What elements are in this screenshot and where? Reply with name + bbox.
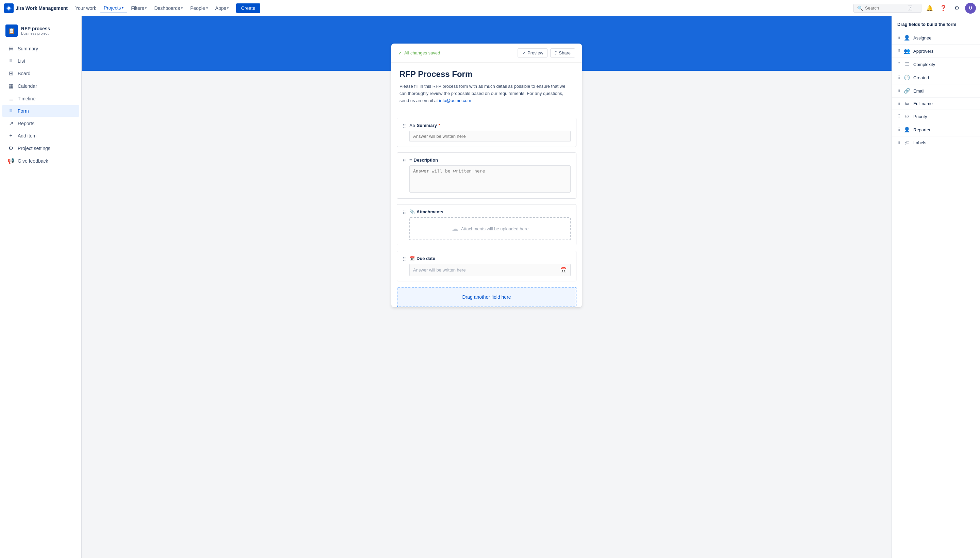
right-panel-item-approvers[interactable]: ⠿ 👥 Approvers — [892, 44, 980, 57]
field-type-icon: Aa — [409, 123, 415, 128]
share-icon: ⤴ — [555, 50, 557, 56]
preview-button[interactable]: ↗ Preview — [517, 48, 548, 57]
sidebar-nav: ▤ Summary ≡ List ⊞ Board ▦ Calendar ≣ Ti… — [0, 42, 81, 167]
right-panel-item-full-name[interactable]: ⠿ Aa Full name — [892, 97, 980, 110]
calendar-picker-icon[interactable]: 📅 — [560, 267, 567, 273]
attachment-drop-zone[interactable]: ☁ Attachments will be uploaded here — [409, 217, 571, 240]
sidebar-item-label: List — [18, 58, 25, 64]
date-input[interactable]: Answer will be written here 📅 — [409, 264, 571, 276]
nav-your-work[interactable]: Your work — [72, 3, 100, 13]
check-icon: ✓ — [398, 50, 402, 56]
drag-drop-zone[interactable]: Drag another field here — [397, 287, 576, 307]
summary-icon: ▤ — [8, 45, 14, 52]
drag-dots-icon: ⠿ — [897, 102, 900, 106]
priority-icon: ⊙ — [904, 113, 910, 120]
sidebar-item-label: Form — [18, 108, 29, 114]
nav-people[interactable]: People ▾ — [187, 3, 211, 13]
email-link[interactable]: info@acme.com — [439, 98, 471, 103]
sidebar-item-label: Summary — [18, 46, 38, 51]
right-panel-item-reporter[interactable]: ⠿ 👤 Reporter — [892, 123, 980, 136]
field-content: Aa Summary * — [409, 123, 571, 142]
summary-input[interactable] — [409, 131, 571, 142]
sidebar-item-label: Add item — [18, 133, 36, 138]
drag-handle-icon[interactable]: ⠿ — [402, 256, 406, 262]
sidebar-item-label: Calendar — [18, 84, 37, 89]
sidebar-item-give-feedback[interactable]: 📢 Give feedback — [2, 155, 79, 167]
project-header: 📋 RFP process Business project — [0, 22, 81, 42]
complexity-icon: ☰ — [904, 61, 910, 67]
description-input[interactable] — [409, 165, 571, 192]
main-nav: Your work Projects ▾ Filters ▾ Dashboard… — [72, 3, 232, 13]
field-row: ⠿ Aa Summary * — [402, 123, 571, 142]
right-panel-item-assignee[interactable]: ⠿ 👤 Assignee — [892, 31, 980, 44]
labels-icon: 🏷 — [904, 140, 910, 146]
sidebar-item-board[interactable]: ⊞ Board — [2, 67, 79, 79]
right-panel-item-created[interactable]: ⠿ 🕐 Created — [892, 71, 980, 84]
logo[interactable]: Jira Work Management — [4, 3, 68, 13]
drag-dots-icon: ⠿ — [897, 35, 900, 40]
user-avatar[interactable]: U — [965, 3, 976, 14]
sidebar-item-reports[interactable]: ↗ Reports — [2, 117, 79, 129]
help-button[interactable]: ❓ — [938, 3, 949, 14]
chevron-down-icon: ▾ — [227, 6, 229, 10]
create-button[interactable]: Create — [236, 3, 260, 13]
feedback-icon: 📢 — [8, 158, 14, 164]
sidebar-item-project-settings[interactable]: ⚙ Project settings — [2, 142, 79, 154]
field-row: ⠿ 📎 Attachments ☁ Attachments will be up… — [402, 209, 571, 240]
nav-projects[interactable]: Projects ▾ — [100, 3, 127, 13]
field-content: 📎 Attachments ☁ Attachments will be uplo… — [409, 209, 571, 240]
assignee-icon: 👤 — [904, 35, 910, 41]
logo-text: Jira Work Management — [16, 5, 68, 11]
form-field-attachments: ⠿ 📎 Attachments ☁ Attachments will be up… — [397, 204, 576, 245]
saved-status: ✓ All changes saved — [398, 50, 440, 56]
right-panel-item-labels[interactable]: ⠿ 🏷 Labels — [892, 136, 980, 149]
chevron-down-icon: ▾ — [181, 6, 183, 10]
search-box[interactable]: 🔍 / — [854, 4, 921, 13]
right-panel-item-complexity[interactable]: ⠿ ☰ Complexity — [892, 57, 980, 71]
board-icon: ⊞ — [8, 70, 14, 77]
sidebar-item-summary[interactable]: ▤ Summary — [2, 43, 79, 54]
add-icon: + — [8, 133, 14, 139]
notifications-button[interactable]: 🔔 — [924, 3, 935, 14]
right-panel: Drag fields to build the form ⠿ 👤 Assign… — [891, 16, 980, 558]
drag-handle-icon[interactable]: ⠿ — [402, 158, 406, 164]
sidebar-item-add-item[interactable]: + Add item — [2, 130, 79, 141]
project-info: RFP process Business project — [21, 26, 50, 35]
project-type: Business project — [21, 31, 50, 35]
jira-logo-icon — [4, 3, 14, 13]
right-panel-item-priority[interactable]: ⠿ ⊙ Priority — [892, 110, 980, 123]
field-type-icon: 📅 — [409, 256, 415, 261]
drag-handle-icon[interactable]: ⠿ — [402, 209, 406, 215]
form-container: ✓ All changes saved ↗ Preview ⤴ Share RF… — [391, 44, 582, 307]
form-title: RFP Process Form — [399, 69, 574, 79]
share-button[interactable]: ⤴ Share — [550, 48, 575, 57]
drag-dots-icon: ⠿ — [897, 141, 900, 145]
upload-icon: ☁ — [451, 225, 458, 233]
calendar-icon: ▦ — [8, 83, 14, 89]
full-name-icon: Aa — [904, 102, 910, 106]
right-panel-item-email[interactable]: ⠿ 🔗 Email — [892, 84, 980, 97]
drag-handle-icon[interactable]: ⠿ — [402, 123, 406, 129]
created-icon: 🕐 — [904, 74, 910, 80]
nav-apps[interactable]: Apps ▾ — [212, 3, 232, 13]
nav-filters[interactable]: Filters ▾ — [128, 3, 150, 13]
sidebar-item-timeline[interactable]: ≣ Timeline — [2, 92, 79, 105]
sidebar-item-label: Board — [18, 71, 30, 76]
form-field-due-date: ⠿ 📅 Due date Answer will be written here… — [397, 251, 576, 281]
field-content: ≡ Description — [409, 158, 571, 194]
approvers-icon: 👥 — [904, 48, 910, 54]
field-label: 📎 Attachments — [409, 209, 571, 214]
sidebar-item-label: Give feedback — [18, 158, 48, 164]
drag-dots-icon: ⠿ — [897, 114, 900, 119]
form-actions: ↗ Preview ⤴ Share — [517, 48, 575, 57]
right-panel-title: Drag fields to build the form — [892, 22, 980, 31]
search-input[interactable] — [865, 5, 906, 11]
field-label: ≡ Description — [409, 158, 571, 162]
sidebar-item-form[interactable]: ≡ Form — [2, 105, 79, 117]
nav-dashboards[interactable]: Dashboards ▾ — [151, 3, 186, 13]
field-label: Aa Summary * — [409, 123, 571, 128]
sidebar-item-calendar[interactable]: ▦ Calendar — [2, 80, 79, 92]
settings-button[interactable]: ⚙ — [951, 3, 962, 14]
main-content: ✓ All changes saved ↗ Preview ⤴ Share RF… — [82, 16, 891, 558]
sidebar-item-list[interactable]: ≡ List — [2, 55, 79, 67]
